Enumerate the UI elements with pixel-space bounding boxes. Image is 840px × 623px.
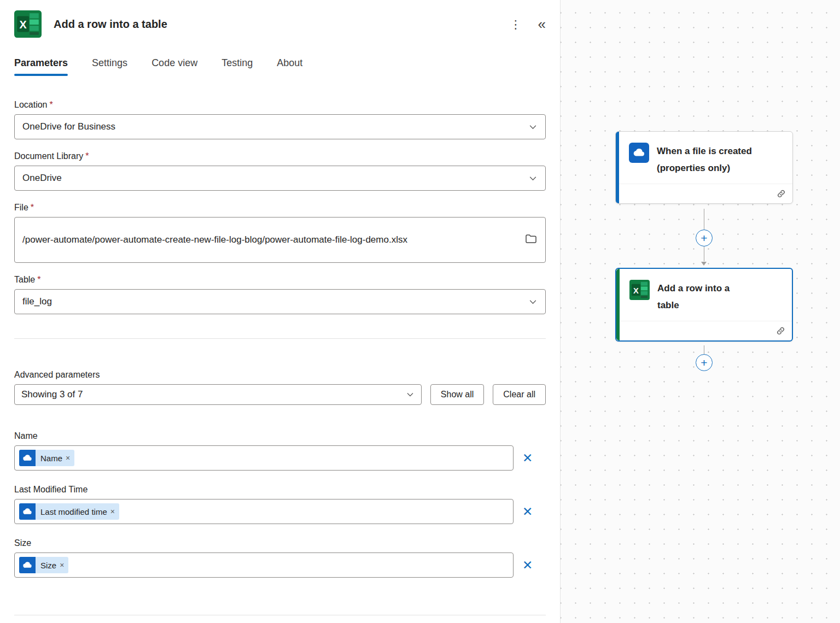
node-footer xyxy=(616,321,792,340)
dismiss-icon: ✕ xyxy=(522,504,533,519)
document-library-value: OneDrive xyxy=(22,173,62,184)
add-action-button[interactable]: + xyxy=(696,354,713,371)
section-divider xyxy=(14,338,546,339)
action-config-panel: X Add a row into a table ⋮ « Parameters … xyxy=(0,0,560,623)
node-footer xyxy=(616,184,792,203)
clear-size-field-button[interactable]: ✕ xyxy=(522,559,533,572)
excel-icon: X xyxy=(629,280,650,300)
kebab-menu-icon[interactable]: ⋮ xyxy=(510,19,522,30)
dismiss-icon: ✕ xyxy=(522,558,533,572)
connector-tail: + xyxy=(696,345,713,374)
link-icon[interactable] xyxy=(777,189,786,198)
required-asterisk: * xyxy=(85,151,89,161)
tab-testing[interactable]: Testing xyxy=(221,57,253,76)
plus-icon: + xyxy=(701,232,707,245)
tab-code-view[interactable]: Code view xyxy=(151,57,197,76)
parameters-form: Location* OneDrive for Business Document… xyxy=(14,100,546,578)
size-field-label: Size xyxy=(14,538,546,548)
tab-settings[interactable]: Settings xyxy=(92,57,127,76)
onedrive-cloud-icon xyxy=(19,450,36,466)
dismiss-icon: ✕ xyxy=(522,451,533,465)
excel-icon: X xyxy=(14,10,42,38)
action-node-add-row-into-table[interactable]: X Add a row into a table xyxy=(615,268,793,342)
advanced-parameters-dropdown[interactable]: Showing 3 of 7 xyxy=(14,384,422,405)
pill-label: Name xyxy=(36,454,66,463)
file-input[interactable]: /power-automate/power-automate-create-ne… xyxy=(14,217,546,263)
insert-action-button[interactable]: + xyxy=(696,230,713,246)
file-label: File* xyxy=(14,203,546,213)
tab-bar: Parameters Settings Code view Testing Ab… xyxy=(14,57,546,76)
document-library-label: Document Library* xyxy=(14,151,546,161)
node-title: Add a row into a table xyxy=(657,280,748,314)
clear-all-button[interactable]: Clear all xyxy=(493,384,546,405)
last-modified-time-field-row: Last modified time × ✕ xyxy=(14,499,546,524)
panel-title: Add a row into a table xyxy=(54,18,167,31)
document-library-dropdown[interactable]: OneDrive xyxy=(14,166,546,191)
trigger-node-when-file-created[interactable]: When a file is created (properties only) xyxy=(615,131,793,204)
table-label-text: Table xyxy=(14,275,35,284)
size-field-row: Size × ✕ xyxy=(14,553,546,578)
header-actions: ⋮ « xyxy=(510,17,546,31)
required-asterisk: * xyxy=(37,275,40,284)
pill-label: Last modified time xyxy=(36,507,110,516)
chevron-down-icon xyxy=(406,390,415,399)
pill-remove-icon[interactable]: × xyxy=(110,507,119,516)
name-field-row: Name × ✕ xyxy=(14,445,546,471)
advanced-dropdown-value: Showing 3 of 7 xyxy=(21,389,83,400)
location-value: OneDrive for Business xyxy=(22,121,115,132)
required-asterisk: * xyxy=(50,100,53,109)
power-automate-editor: X Add a row into a table ⋮ « Parameters … xyxy=(0,0,840,623)
location-label: Location* xyxy=(14,100,546,110)
clear-last-modified-time-field-button[interactable]: ✕ xyxy=(522,506,533,518)
panel-header: X Add a row into a table ⋮ « xyxy=(14,0,546,38)
pill-remove-icon[interactable]: × xyxy=(60,561,68,569)
location-label-text: Location xyxy=(14,100,48,109)
size-input[interactable]: Size × xyxy=(14,553,514,578)
document-library-label-text: Document Library xyxy=(14,151,83,161)
chevron-down-icon xyxy=(528,174,538,183)
onedrive-cloud-icon xyxy=(19,557,36,573)
table-value: file_log xyxy=(22,296,52,307)
show-all-button[interactable]: Show all xyxy=(430,384,484,405)
location-dropdown[interactable]: OneDrive for Business xyxy=(14,114,546,139)
onedrive-cloud-icon xyxy=(19,503,36,520)
dynamic-content-pill-last-modified-time[interactable]: Last modified time × xyxy=(19,503,119,520)
connector: + xyxy=(696,209,713,266)
link-icon[interactable] xyxy=(776,326,785,336)
chevron-down-icon xyxy=(528,297,538,307)
last-modified-time-input[interactable]: Last modified time × xyxy=(14,499,514,524)
svg-text:X: X xyxy=(633,286,639,295)
node-body: When a file is created (properties only) xyxy=(616,132,792,184)
plus-icon: + xyxy=(701,356,707,369)
table-dropdown[interactable]: file_log xyxy=(14,289,546,314)
dynamic-content-pill-name[interactable]: Name × xyxy=(19,450,74,466)
svg-text:X: X xyxy=(20,19,27,31)
advanced-parameters-label: Advanced parameters xyxy=(14,370,546,380)
tab-about[interactable]: About xyxy=(277,57,302,76)
node-title: When a file is created (properties only) xyxy=(657,143,780,177)
tab-parameters[interactable]: Parameters xyxy=(14,57,68,76)
required-asterisk: * xyxy=(31,203,34,212)
collapse-panel-icon[interactable]: « xyxy=(538,17,546,31)
pill-remove-icon[interactable]: × xyxy=(66,454,74,462)
dynamic-content-pill-size[interactable]: Size × xyxy=(19,557,68,573)
folder-picker-icon[interactable] xyxy=(524,232,538,248)
last-modified-time-field-label: Last Modified Time xyxy=(14,485,546,495)
file-label-text: File xyxy=(14,203,28,212)
pill-label: Size xyxy=(36,561,60,570)
chevron-down-icon xyxy=(528,122,538,132)
node-body: X Add a row into a table xyxy=(616,269,792,321)
flow-canvas[interactable]: When a file is created (properties only)… xyxy=(560,0,840,623)
panel-bottom-divider xyxy=(14,615,546,615)
clear-name-field-button[interactable]: ✕ xyxy=(522,452,533,465)
name-input[interactable]: Name × xyxy=(14,445,514,471)
file-value: /power-automate/power-automate-create-ne… xyxy=(22,231,487,249)
onedrive-icon xyxy=(629,143,649,163)
arrowhead-icon xyxy=(701,262,707,266)
table-label: Table* xyxy=(14,275,546,285)
advanced-parameters-row: Showing 3 of 7 Show all Clear all xyxy=(14,384,546,405)
name-field-label: Name xyxy=(14,431,546,441)
